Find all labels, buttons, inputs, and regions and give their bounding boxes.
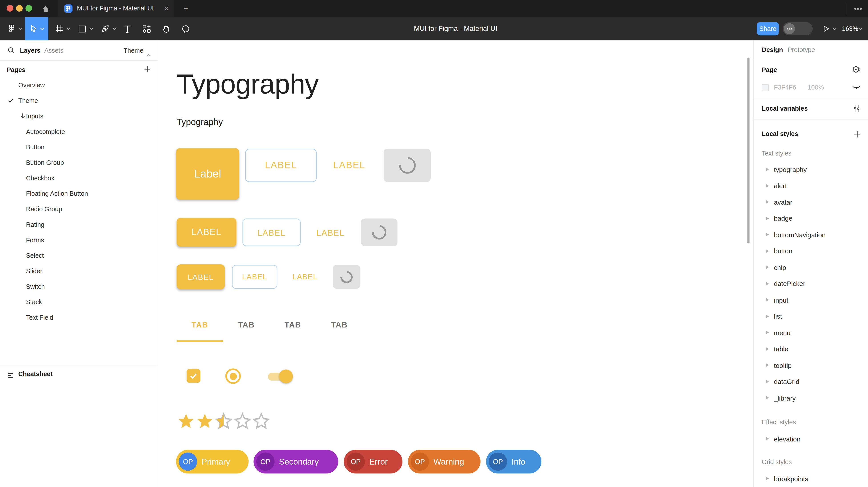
traffic-light-zoom-button[interactable]: [26, 5, 32, 11]
move-tool-button[interactable]: [25, 17, 48, 40]
canvas-tab[interactable]: TAB: [270, 317, 316, 333]
expand-arrow-icon[interactable]: [766, 265, 769, 269]
expand-arrow-icon[interactable]: [766, 282, 769, 285]
button-contained-medium[interactable]: LABEL: [177, 218, 236, 247]
tab-close-icon[interactable]: ✕: [163, 0, 169, 17]
text-style-library[interactable]: _library: [754, 390, 868, 406]
sidebar-cheatsheet[interactable]: Cheatsheet: [0, 366, 158, 382]
chip-primary[interactable]: OP Primary: [176, 450, 249, 474]
sidebar-page-forms[interactable]: Forms: [0, 232, 158, 248]
styles-library-icon[interactable]: [852, 65, 861, 76]
design-canvas[interactable]: Typography Typography Label LABEL LABEL …: [158, 40, 753, 487]
sidebar-page-select[interactable]: Select: [0, 248, 158, 263]
text-style-typography[interactable]: typography: [754, 162, 868, 178]
sidebar-page-autocomplete[interactable]: Autocomplete: [0, 124, 158, 139]
sidebar-page-button-group[interactable]: Button Group: [0, 155, 158, 170]
button-text-medium[interactable]: LABEL: [308, 218, 353, 246]
chip-secondary[interactable]: OP Secondary: [253, 450, 338, 474]
button-outlined-large[interactable]: LABEL: [245, 149, 317, 182]
actions-tool-button[interactable]: [141, 17, 153, 40]
text-style-bottomNavigation[interactable]: bottomNavigation: [754, 227, 868, 243]
traffic-light-minimize-button[interactable]: [16, 5, 23, 11]
sidebar-page-checkbox[interactable]: Checkbox: [0, 170, 158, 186]
expand-arrow-icon[interactable]: [766, 477, 769, 480]
shape-tool-chevron-icon[interactable]: [89, 17, 94, 40]
expand-arrow-icon[interactable]: [766, 380, 769, 383]
text-style-list[interactable]: list: [754, 309, 868, 325]
chip-warning[interactable]: OP Warning: [408, 450, 480, 474]
text-style-table[interactable]: table: [754, 341, 868, 357]
star-icon[interactable]: [195, 412, 214, 430]
search-icon[interactable]: [7, 46, 15, 57]
new-tab-button[interactable]: +: [181, 0, 192, 17]
expand-arrow-icon[interactable]: [766, 298, 769, 301]
chip-info[interactable]: OP Info: [486, 450, 541, 474]
expand-arrow-icon[interactable]: [766, 167, 769, 171]
variables-icon[interactable]: [852, 104, 861, 115]
text-style-alert[interactable]: alert: [754, 178, 868, 194]
text-style-avatar[interactable]: avatar: [754, 194, 868, 210]
add-style-button[interactable]: [854, 130, 861, 140]
expand-arrow-icon[interactable]: [766, 363, 769, 367]
star-icon[interactable]: [214, 412, 233, 430]
traffic-light-close-button[interactable]: [7, 5, 13, 11]
sidebar-page-overview[interactable]: Overview: [0, 77, 158, 93]
main-menu-button[interactable]: [4, 17, 19, 40]
add-page-button[interactable]: [144, 65, 151, 75]
hand-tool-button[interactable]: [160, 17, 172, 40]
page-dropdown[interactable]: Theme: [124, 40, 144, 61]
frame-tool-chevron-icon[interactable]: [66, 17, 71, 40]
chip-error[interactable]: OP Error: [344, 450, 402, 474]
expand-arrow-icon[interactable]: [766, 217, 769, 220]
button-outlined-small[interactable]: LABEL: [232, 265, 277, 289]
text-style-menu[interactable]: menu: [754, 325, 868, 341]
tab-assets[interactable]: Assets: [44, 40, 63, 61]
star-icon[interactable]: [252, 412, 271, 430]
expand-arrow-icon[interactable]: [766, 437, 769, 440]
sidebar-page-text-field[interactable]: Text Field: [0, 310, 158, 325]
sidebar-page-button[interactable]: Button: [0, 139, 158, 155]
canvas-tab-active[interactable]: TAB: [177, 317, 223, 333]
star-icon[interactable]: [177, 412, 195, 430]
zoom-level-menu[interactable]: 163%: [842, 17, 858, 40]
text-style-input[interactable]: input: [754, 292, 868, 309]
canvas-scrollbar[interactable]: [747, 58, 749, 244]
checkbox-checked[interactable]: [187, 369, 200, 383]
overflow-menu-icon[interactable]: [851, 0, 865, 17]
effect-style-elevation[interactable]: elevation: [754, 431, 868, 447]
sidebar-page-slider[interactable]: Slider: [0, 263, 158, 279]
expand-arrow-icon[interactable]: [766, 331, 769, 334]
sidebar-page-inputs[interactable]: Inputs: [0, 108, 158, 124]
chevron-up-icon[interactable]: [146, 49, 151, 59]
present-button[interactable]: [820, 17, 832, 40]
main-menu-chevron-icon[interactable]: [18, 17, 23, 40]
sidebar-page-radio-group[interactable]: Radio Group: [0, 201, 158, 217]
button-contained-small[interactable]: LABEL: [177, 264, 225, 289]
expand-arrow-icon[interactable]: [766, 233, 769, 236]
file-tab[interactable]: MUI for Figma - Material UI ✕: [58, 0, 174, 17]
sidebar-page-theme[interactable]: Theme: [0, 93, 158, 108]
zoom-chevron-icon[interactable]: [858, 17, 863, 40]
switch-thumb[interactable]: [279, 369, 293, 383]
text-style-chip[interactable]: chip: [754, 259, 868, 276]
sidebar-page-rating[interactable]: Rating: [0, 217, 158, 232]
canvas-tab[interactable]: TAB: [223, 317, 270, 333]
tab-prototype[interactable]: Prototype: [788, 40, 815, 59]
dev-mode-toggle[interactable]: </>: [783, 22, 813, 36]
text-style-button[interactable]: button: [754, 243, 868, 259]
page-color-opacity[interactable]: 100%: [808, 84, 824, 91]
text-style-badge[interactable]: badge: [754, 210, 868, 227]
share-button[interactable]: Share: [757, 22, 779, 36]
button-outlined-medium[interactable]: LABEL: [243, 218, 301, 246]
frame-tool-button[interactable]: [53, 17, 65, 40]
tab-design[interactable]: Design: [762, 40, 783, 59]
text-style-datePicker[interactable]: datePicker: [754, 276, 868, 292]
expand-arrow-icon[interactable]: [766, 184, 769, 187]
button-loading-small[interactable]: [333, 265, 360, 289]
switch-on[interactable]: [265, 367, 298, 386]
present-chevron-icon[interactable]: [833, 17, 837, 40]
pen-tool-button[interactable]: [99, 17, 112, 40]
local-variables-section[interactable]: Local variables: [754, 98, 868, 120]
button-loading-large[interactable]: [383, 149, 431, 182]
button-text-large[interactable]: LABEL: [324, 149, 374, 182]
